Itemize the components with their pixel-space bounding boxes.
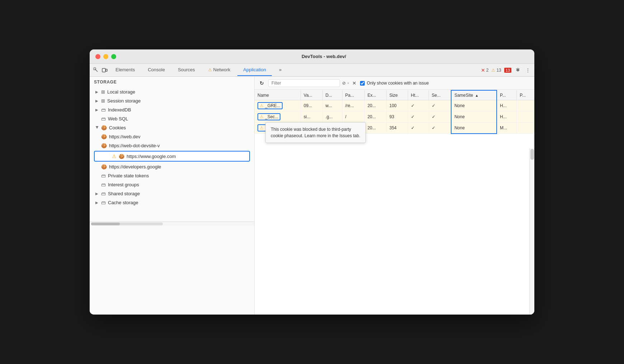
cell-p2 (517, 123, 534, 134)
show-issues-checkbox[interactable] (360, 81, 365, 86)
tab-bar: Elements Console Sources ⚠ Network Appli… (90, 64, 534, 77)
col-path[interactable]: Pa... (342, 90, 364, 100)
cell-p2 (517, 111, 534, 123)
cell-expires: 20... (364, 111, 386, 123)
sidebar-item-interest-groups[interactable]: ▶ 🗃 Interest groups (90, 180, 254, 189)
close-filter-button[interactable]: ✕ (351, 80, 358, 87)
show-issues-checkbox-label[interactable]: Only show cookies with an issue (360, 81, 429, 86)
sidebar-item-cache-storage[interactable]: ▶ 🗃 Cache storage (90, 198, 254, 207)
arrow-icon: ▶ (95, 126, 99, 130)
col-expires[interactable]: Ex... (364, 90, 386, 100)
cell-p2 (517, 100, 534, 111)
filter-input[interactable] (268, 79, 340, 87)
tab-application[interactable]: Application (237, 64, 272, 76)
sidebar-item-session-storage[interactable]: ▶ ⊞ Session storage (90, 96, 254, 105)
db-icon: 🗃 (101, 191, 106, 196)
tab-console[interactable]: Console (142, 64, 171, 76)
maximize-button[interactable] (111, 54, 116, 59)
cell-name-value: _GRE... (265, 103, 280, 108)
filter-clear-icon[interactable]: ⊘ (342, 81, 346, 86)
col-domain[interactable]: D... (322, 90, 342, 100)
col-httponly[interactable]: Ht... (408, 90, 429, 100)
sidebar-item-cookie-webdev[interactable]: 🍪 https://web.dev (90, 132, 254, 141)
cell-secure: ✓ (429, 123, 451, 134)
tab-elements[interactable]: Elements (110, 64, 141, 76)
error-badge: ✕ 2 (481, 67, 489, 73)
col-p1[interactable]: P... (497, 90, 517, 100)
tab-network[interactable]: ⚠ Network (202, 64, 236, 76)
warning-triangle-icon: ⚠ (112, 153, 117, 159)
sort-arrow-icon: ▲ (475, 94, 478, 97)
cell-size: 93 (386, 111, 408, 123)
cell-value: si... (301, 111, 322, 123)
warning-badge: ⚠ 13 (491, 68, 501, 73)
col-name[interactable]: Name (255, 90, 301, 100)
storage-section-header: Storage (90, 77, 254, 87)
refresh-button[interactable]: ↻ (257, 79, 266, 87)
cookie-panel: ↻ ⊘ × ✕ Only show cookies with an issue (255, 77, 534, 315)
db-icon: 🗃 (101, 107, 106, 112)
sidebar-item-cookie-webdotdev[interactable]: 🍪 https://web-dot-devsite-v (90, 141, 254, 150)
cookie-table: Name Va... D... Pa... Ex... Size Ht... S… (255, 90, 534, 315)
sidebar: Storage ▶ ⊞ Local storage ▶ ⊞ Session st… (90, 77, 255, 315)
col-value[interactable]: Va... (301, 90, 322, 100)
tab-more[interactable]: » (273, 64, 287, 76)
sidebar-scrollbar[interactable] (90, 221, 254, 226)
row-warning-icon: ⚠ (260, 125, 264, 130)
cell-samesite: None (451, 123, 497, 134)
cell-p1: H... (497, 111, 517, 123)
db-icon: 🗃 (101, 182, 106, 187)
tab-sources[interactable]: Sources (172, 64, 201, 76)
cell-name-value: _Sec... (265, 114, 278, 119)
sidebar-item-indexeddb[interactable]: ▶ 🗃 IndexedDB (90, 105, 254, 114)
sidebar-item-shared-storage[interactable]: ▶ 🗃 Shared storage (90, 189, 254, 198)
cell-secure: ✓ (429, 111, 451, 123)
sidebar-item-cookies[interactable]: ▶ 🍪 Cookies (90, 123, 254, 132)
table-row[interactable]: ⚠ _Sec... si... .g... / 20... 93 ✓ (255, 111, 534, 123)
panel-scrollbar-thumb[interactable] (530, 149, 534, 160)
sidebar-item-cookie-google[interactable]: ⚠ 🍪 https://www.google.com (94, 151, 250, 162)
device-icon[interactable] (101, 67, 108, 74)
arrow-icon: ▶ (95, 108, 99, 112)
devtools-window: DevTools - web.dev/ Elements Console Sou… (90, 49, 534, 315)
cell-expires: 20... (364, 100, 386, 111)
scrollbar-thumb[interactable] (91, 222, 120, 225)
devtools-container: Elements Console Sources ⚠ Network Appli… (90, 64, 534, 315)
col-p2[interactable]: P... (517, 90, 534, 100)
issues-badge: 13 (504, 68, 511, 73)
arrow-icon: ▶ (95, 192, 99, 196)
sidebar-item-private-state[interactable]: ▶ 🗃 Private state tokens (90, 171, 254, 180)
arrow-icon: ▶ (95, 99, 99, 103)
cookie-blocked-tooltip: This cookie was blocked due to third-par… (265, 122, 366, 143)
db-icon: 🗃 (101, 200, 106, 205)
network-warning-icon: ⚠ (208, 67, 212, 72)
cell-path: /re... (342, 100, 364, 111)
cell-p1: H... (497, 100, 517, 111)
sidebar-item-web-sql[interactable]: ▶ 🗃 Web SQL (90, 114, 254, 123)
inspect-icon[interactable] (93, 67, 100, 74)
col-size[interactable]: Size (386, 90, 408, 100)
panel-scrollbar[interactable] (529, 148, 534, 315)
sidebar-item-local-storage[interactable]: ▶ ⊞ Local storage (90, 87, 254, 96)
table-row[interactable]: ⚠ _GRE... 09... w... /re... 20... 100 ✓ (255, 100, 534, 111)
cookie-icon: 🍪 (101, 143, 107, 148)
cell-expires: 20... (364, 123, 386, 134)
svg-line-1 (95, 69, 98, 72)
cell-size: 354 (386, 123, 408, 134)
svg-rect-3 (106, 69, 107, 71)
sidebar-item-google-wrapper: ⚠ 🍪 https://www.google.com (90, 150, 254, 162)
cell-secure: ✓ (429, 100, 451, 111)
col-secure[interactable]: Se... (429, 90, 451, 100)
sidebar-item-cookie-developers[interactable]: 🍪 https://developers.google (90, 162, 254, 171)
subscript-icon: × (347, 81, 349, 85)
cell-value: 09... (301, 100, 322, 111)
more-icon[interactable]: ⋮ (524, 67, 531, 74)
col-samesite[interactable]: SameSite ▲ (451, 90, 497, 100)
close-button[interactable] (95, 54, 100, 59)
cell-httponly: ✓ (408, 111, 429, 123)
cookie-icon: 🍪 (119, 154, 124, 159)
arrow-icon: ▶ (95, 90, 99, 94)
settings-icon[interactable] (514, 67, 521, 74)
toolbar-right: ✕ 2 ⚠ 13 13 ⋮ (481, 67, 531, 74)
minimize-button[interactable] (103, 54, 108, 59)
